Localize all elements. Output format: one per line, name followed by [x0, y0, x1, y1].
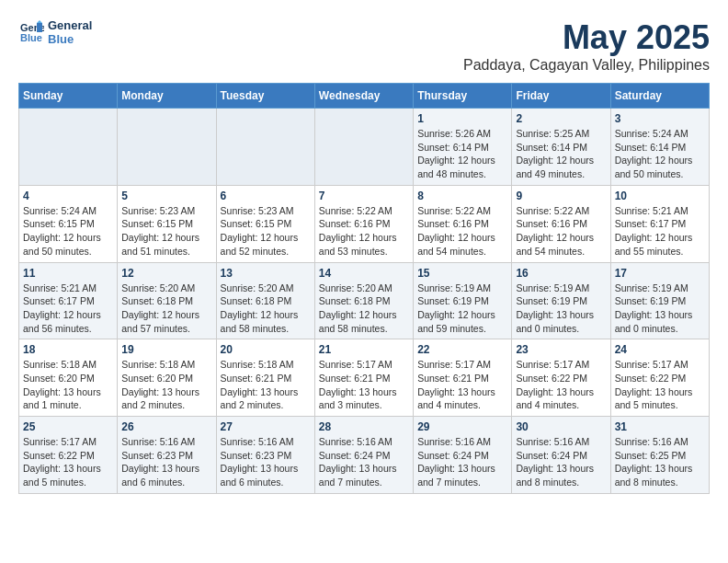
calendar-cell: 11Sunrise: 5:21 AM Sunset: 6:17 PM Dayli…: [19, 262, 118, 339]
day-info: Sunrise: 5:22 AM Sunset: 6:16 PM Dayligh…: [516, 204, 606, 259]
day-info: Sunrise: 5:22 AM Sunset: 6:16 PM Dayligh…: [319, 204, 409, 259]
calendar-cell: 13Sunrise: 5:20 AM Sunset: 6:18 PM Dayli…: [216, 262, 314, 339]
day-info: Sunrise: 5:23 AM Sunset: 6:15 PM Dayligh…: [221, 204, 311, 259]
day-info: Sunrise: 5:22 AM Sunset: 6:16 PM Dayligh…: [417, 204, 507, 259]
day-info: Sunrise: 5:18 AM Sunset: 6:20 PM Dayligh…: [23, 358, 113, 412]
day-number: 24: [615, 343, 705, 356]
day-number: 20: [221, 343, 311, 356]
day-info: Sunrise: 5:19 AM Sunset: 6:19 PM Dayligh…: [615, 282, 705, 336]
day-number: 28: [319, 420, 409, 433]
calendar-cell: 12Sunrise: 5:20 AM Sunset: 6:18 PM Dayli…: [118, 262, 216, 339]
day-info: Sunrise: 5:24 AM Sunset: 6:14 PM Dayligh…: [615, 127, 705, 181]
calendar-cell: 23Sunrise: 5:17 AM Sunset: 6:22 PM Dayli…: [512, 339, 610, 417]
calendar-cell: 31Sunrise: 5:16 AM Sunset: 6:25 PM Dayli…: [610, 417, 709, 494]
day-number: 3: [615, 112, 705, 125]
day-info: Sunrise: 5:17 AM Sunset: 6:21 PM Dayligh…: [319, 358, 409, 412]
calendar-cell: 22Sunrise: 5:17 AM Sunset: 6:21 PM Dayli…: [414, 339, 512, 417]
calendar-cell: 9Sunrise: 5:22 AM Sunset: 6:16 PM Daylig…: [512, 185, 610, 262]
calendar-cell: 3Sunrise: 5:24 AM Sunset: 6:14 PM Daylig…: [610, 109, 709, 186]
day-number: 4: [23, 190, 113, 202]
calendar-cell: 1Sunrise: 5:26 AM Sunset: 6:14 PM Daylig…: [414, 109, 512, 186]
calendar-cell: 17Sunrise: 5:19 AM Sunset: 6:19 PM Dayli…: [610, 262, 709, 339]
header: General Blue General Blue May 2025 Padda…: [18, 18, 710, 74]
calendar-table: SundayMondayTuesdayWednesdayThursdayFrid…: [18, 83, 710, 494]
subtitle: Paddaya, Cagayan Valley, Philippines: [463, 57, 710, 74]
day-info: Sunrise: 5:19 AM Sunset: 6:19 PM Dayligh…: [516, 282, 606, 336]
weekday-header-wednesday: Wednesday: [314, 84, 413, 109]
calendar-cell: [19, 109, 118, 186]
day-info: Sunrise: 5:21 AM Sunset: 6:17 PM Dayligh…: [23, 282, 113, 336]
day-number: 16: [516, 267, 606, 280]
week-row-1: 1Sunrise: 5:26 AM Sunset: 6:14 PM Daylig…: [19, 109, 710, 186]
weekday-header-sunday: Sunday: [19, 84, 118, 109]
day-number: 23: [516, 343, 606, 356]
weekday-header-tuesday: Tuesday: [216, 84, 314, 109]
calendar-cell: [118, 109, 216, 186]
day-info: Sunrise: 5:25 AM Sunset: 6:14 PM Dayligh…: [516, 127, 606, 181]
weekday-header-monday: Monday: [118, 84, 216, 109]
day-info: Sunrise: 5:17 AM Sunset: 6:22 PM Dayligh…: [23, 435, 113, 489]
calendar-cell: 28Sunrise: 5:16 AM Sunset: 6:24 PM Dayli…: [314, 417, 413, 494]
day-info: Sunrise: 5:26 AM Sunset: 6:14 PM Dayligh…: [417, 127, 507, 181]
day-number: 26: [121, 420, 211, 433]
week-row-5: 25Sunrise: 5:17 AM Sunset: 6:22 PM Dayli…: [19, 417, 710, 494]
calendar-cell: 5Sunrise: 5:23 AM Sunset: 6:15 PM Daylig…: [118, 185, 216, 262]
day-number: 12: [121, 267, 211, 280]
week-row-3: 11Sunrise: 5:21 AM Sunset: 6:17 PM Dayli…: [19, 262, 710, 339]
calendar-cell: 16Sunrise: 5:19 AM Sunset: 6:19 PM Dayli…: [512, 262, 610, 339]
day-number: 25: [23, 420, 113, 433]
day-info: Sunrise: 5:20 AM Sunset: 6:18 PM Dayligh…: [319, 282, 409, 336]
day-info: Sunrise: 5:24 AM Sunset: 6:15 PM Dayligh…: [23, 204, 113, 259]
weekday-header-thursday: Thursday: [414, 84, 512, 109]
calendar-cell: 7Sunrise: 5:22 AM Sunset: 6:16 PM Daylig…: [314, 185, 413, 262]
day-info: Sunrise: 5:16 AM Sunset: 6:25 PM Dayligh…: [615, 435, 705, 489]
calendar-cell: 4Sunrise: 5:24 AM Sunset: 6:15 PM Daylig…: [19, 185, 118, 262]
day-info: Sunrise: 5:16 AM Sunset: 6:24 PM Dayligh…: [516, 435, 606, 489]
day-info: Sunrise: 5:18 AM Sunset: 6:20 PM Dayligh…: [121, 358, 211, 412]
calendar-cell: 25Sunrise: 5:17 AM Sunset: 6:22 PM Dayli…: [19, 417, 118, 494]
day-number: 6: [221, 190, 311, 202]
day-number: 17: [615, 267, 705, 280]
calendar-cell: 24Sunrise: 5:17 AM Sunset: 6:22 PM Dayli…: [610, 339, 709, 417]
logo: General Blue General Blue: [18, 18, 92, 46]
day-info: Sunrise: 5:17 AM Sunset: 6:21 PM Dayligh…: [417, 358, 507, 412]
day-info: Sunrise: 5:21 AM Sunset: 6:17 PM Dayligh…: [615, 204, 705, 259]
calendar-cell: 30Sunrise: 5:16 AM Sunset: 6:24 PM Dayli…: [512, 417, 610, 494]
day-number: 21: [319, 343, 409, 356]
calendar-cell: [216, 109, 314, 186]
day-info: Sunrise: 5:19 AM Sunset: 6:19 PM Dayligh…: [417, 282, 507, 336]
day-number: 8: [417, 190, 507, 202]
calendar-cell: 19Sunrise: 5:18 AM Sunset: 6:20 PM Dayli…: [118, 339, 216, 417]
day-info: Sunrise: 5:18 AM Sunset: 6:21 PM Dayligh…: [221, 358, 311, 412]
logo-icon: General Blue: [18, 19, 44, 45]
day-info: Sunrise: 5:17 AM Sunset: 6:22 PM Dayligh…: [615, 358, 705, 412]
week-row-2: 4Sunrise: 5:24 AM Sunset: 6:15 PM Daylig…: [19, 185, 710, 262]
day-number: 31: [615, 420, 705, 433]
day-number: 27: [221, 420, 311, 433]
weekday-header-row: SundayMondayTuesdayWednesdayThursdayFrid…: [19, 84, 710, 109]
weekday-header-friday: Friday: [512, 84, 610, 109]
day-number: 11: [23, 267, 113, 280]
day-number: 7: [319, 190, 409, 202]
svg-marker-2: [37, 23, 42, 32]
day-number: 30: [516, 420, 606, 433]
day-number: 9: [516, 190, 606, 202]
day-number: 2: [516, 112, 606, 125]
calendar-cell: 29Sunrise: 5:16 AM Sunset: 6:24 PM Dayli…: [414, 417, 512, 494]
calendar-cell: 10Sunrise: 5:21 AM Sunset: 6:17 PM Dayli…: [610, 185, 709, 262]
calendar-cell: 8Sunrise: 5:22 AM Sunset: 6:16 PM Daylig…: [414, 185, 512, 262]
calendar-cell: 27Sunrise: 5:16 AM Sunset: 6:23 PM Dayli…: [216, 417, 314, 494]
day-number: 29: [417, 420, 507, 433]
day-number: 13: [221, 267, 311, 280]
title-area: May 2025 Paddaya, Cagayan Valley, Philip…: [463, 18, 710, 74]
calendar-cell: 14Sunrise: 5:20 AM Sunset: 6:18 PM Dayli…: [314, 262, 413, 339]
logo-general: General: [48, 18, 92, 32]
weekday-header-saturday: Saturday: [610, 84, 709, 109]
day-info: Sunrise: 5:20 AM Sunset: 6:18 PM Dayligh…: [121, 282, 211, 336]
day-info: Sunrise: 5:16 AM Sunset: 6:23 PM Dayligh…: [221, 435, 311, 489]
calendar-cell: [314, 109, 413, 186]
day-info: Sunrise: 5:17 AM Sunset: 6:22 PM Dayligh…: [516, 358, 606, 412]
day-number: 22: [417, 343, 507, 356]
day-number: 18: [23, 343, 113, 356]
week-row-4: 18Sunrise: 5:18 AM Sunset: 6:20 PM Dayli…: [19, 339, 710, 417]
